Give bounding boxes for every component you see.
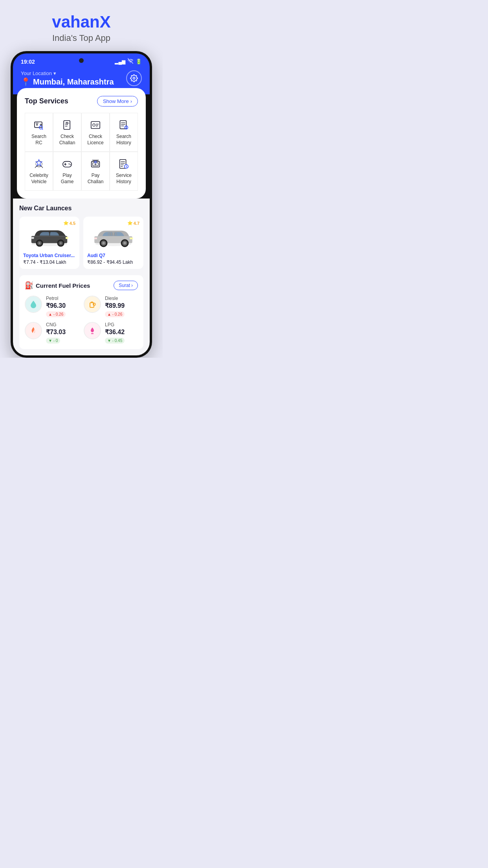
service-label: SearchHistory: [116, 134, 131, 146]
battery-icon: 🔋: [136, 59, 142, 64]
phone-mockup: 19:02 ▂▄▆ 🔋 Your Location ▾: [11, 51, 152, 358]
car-rating: ⭐ 4.5: [63, 221, 75, 226]
new-cars-title: New Car Launces: [19, 205, 143, 212]
service-label: SearchRC: [31, 134, 46, 146]
brand-subtitle: India's Top App: [52, 33, 110, 43]
fuel-name: LPG: [105, 322, 125, 327]
fuel-item-diesel: Diesle ₹89.99 ▲ - 0.26: [84, 296, 138, 317]
diesel-icon-circle: [84, 296, 101, 313]
settings-button[interactable]: [126, 70, 142, 86]
status-icons: ▂▄▆ 🔋: [115, 58, 142, 65]
check-challan-icon: ₹: [61, 119, 73, 131]
svg-point-13: [69, 164, 70, 164]
service-search-history[interactable]: SearchHistory: [110, 113, 138, 152]
lpg-icon-circle: [84, 322, 101, 339]
petrol-info: Petrol ₹96.30 ▲ - 0.26: [46, 296, 66, 317]
check-licence-icon: [89, 119, 102, 131]
fuel-price: ₹73.03: [46, 328, 66, 336]
fuel-name: CNG: [46, 322, 66, 327]
fuel-header: ⛽ Current Fuel Prices Surat ›: [25, 281, 138, 290]
fuel-change: ▲ - 0.26: [46, 311, 66, 317]
gear-icon: [130, 74, 138, 82]
fuel-name: Diesle: [105, 296, 125, 301]
svg-rect-1: [35, 122, 42, 127]
status-time: 19:02: [21, 59, 35, 65]
chevron-right-icon: ›: [131, 283, 133, 288]
svg-rect-42: [130, 238, 133, 239]
brand-name: vahanX: [52, 13, 110, 31]
signal-icon: ▂▄▆: [115, 59, 125, 64]
services-grid: SearchRC ₹ CheckChallan: [25, 113, 138, 191]
fuel-item-petrol: Petrol ₹96.30 ▲ - 0.26: [25, 296, 79, 317]
phone-content: New Car Launces ⭐ 4.5: [13, 199, 150, 355]
service-check-licence[interactable]: CheckLicence: [81, 113, 110, 152]
fuel-price: ₹89.99: [105, 302, 125, 309]
cng-flame-icon: [29, 326, 38, 335]
celebrity-icon: [33, 158, 45, 170]
service-history-icon: [117, 158, 130, 170]
svg-point-2: [37, 124, 38, 125]
city-select-button[interactable]: Surat ›: [114, 281, 138, 290]
fuel-change: ▲ - 0.26: [105, 311, 125, 317]
fuel-change: ▼ - 0: [46, 338, 60, 344]
svg-point-27: [60, 242, 62, 244]
star-icon: ⭐: [127, 221, 133, 226]
diesel-pump-icon: [88, 300, 97, 309]
fuel-item-cng: CNG ₹73.03 ▼ - 0: [25, 322, 79, 344]
svg-point-14: [70, 164, 71, 165]
fuel-item-lpg: LPG ₹36.42 ▼ - 0.45: [84, 322, 138, 344]
fuel-price: ₹96.30: [46, 302, 66, 309]
svg-rect-29: [31, 237, 34, 239]
diesel-info: Diesle ₹89.99 ▲ - 0.26: [105, 296, 125, 317]
service-pay-challan[interactable]: PayChallan: [81, 152, 110, 191]
service-celebrity-vehicle[interactable]: CelebrityVehicle: [25, 152, 53, 191]
show-more-button[interactable]: Show More ›: [97, 96, 138, 107]
car-image-wrapper: ⭐ 4.7: [87, 221, 139, 250]
chevron-down-icon: ▾: [53, 70, 56, 76]
car-card-audi[interactable]: ⭐ 4.7: [83, 217, 143, 269]
service-label: PayChallan: [88, 173, 104, 185]
car-rating: ⭐ 4.7: [127, 221, 139, 226]
svg-point-24: [39, 242, 40, 244]
service-label: CheckChallan: [59, 134, 75, 146]
service-label: ServiceHistory: [116, 173, 132, 185]
cng-icon-circle: [25, 322, 42, 339]
fuel-pump-icon: ⛽: [25, 281, 33, 290]
fuel-name: Petrol: [46, 296, 66, 301]
camera-notch: [79, 58, 84, 63]
location-row: Your Location ▾ 📍 Mumbai, Maharashtra: [21, 70, 142, 86]
star-icon: ⭐: [63, 221, 69, 226]
car-name: Audi Q7: [87, 253, 139, 258]
fuel-grid: Petrol ₹96.30 ▲ - 0.26: [25, 296, 138, 344]
car-card-toyota[interactable]: ⭐ 4.5: [19, 217, 79, 269]
service-play-game[interactable]: PlayGame: [53, 152, 81, 191]
top-services-card: Top Services Show More ›: [17, 88, 146, 199]
fuel-price: ₹36.42: [105, 328, 125, 336]
service-label: CelebrityVehicle: [29, 173, 48, 185]
service-search-rc[interactable]: SearchRC: [25, 113, 53, 152]
car-name: Toyota Urban Cruiser...: [23, 253, 75, 258]
game-icon: [61, 158, 73, 170]
service-service-history[interactable]: ServiceHistory: [110, 152, 138, 191]
fuel-title: ⛽ Current Fuel Prices: [25, 281, 90, 290]
svg-point-8: [93, 124, 95, 126]
location-label: Your Location ▾: [21, 70, 114, 76]
service-label: CheckLicence: [87, 134, 103, 146]
service-label: PlayGame: [61, 173, 74, 185]
car-image-wrapper: ⭐ 4.5: [23, 221, 75, 250]
search-history-icon: [117, 119, 130, 131]
service-check-challan[interactable]: ₹ CheckChallan: [53, 113, 81, 152]
lpg-info: LPG ₹36.42 ▼ - 0.45: [105, 322, 125, 344]
svg-rect-43: [94, 238, 97, 239]
svg-rect-46: [91, 333, 94, 334]
petrol-icon-circle: [25, 296, 42, 313]
wifi-icon: [128, 58, 133, 65]
svg-rect-7: [91, 121, 100, 129]
fuel-change: ▼ - 0.45: [105, 338, 125, 344]
svg-point-3: [40, 124, 41, 125]
chevron-right-icon: ›: [130, 98, 132, 104]
location-city: 📍 Mumbai, Maharashtra: [21, 77, 114, 86]
pay-challan-icon: [89, 158, 102, 170]
svg-rect-9: [120, 121, 126, 129]
svg-point-37: [123, 242, 126, 245]
